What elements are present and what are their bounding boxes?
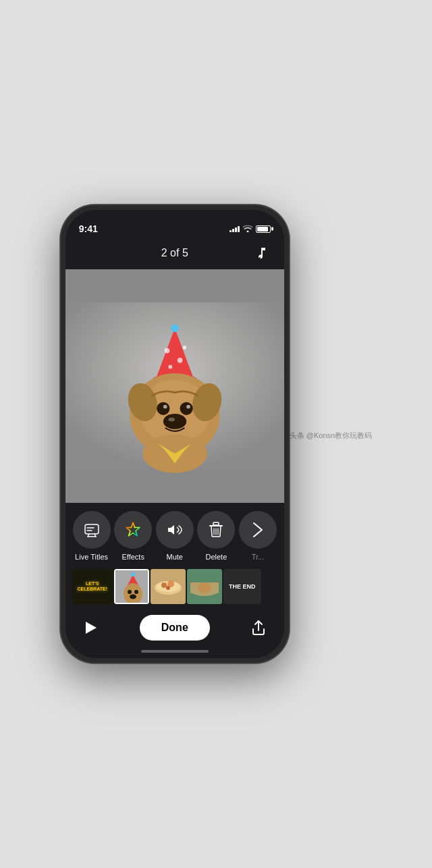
home-bar [141, 650, 209, 653]
play-button[interactable] [79, 616, 103, 640]
trim-circle [239, 511, 277, 549]
svg-point-18 [163, 414, 186, 429]
svg-point-44 [198, 582, 211, 593]
trim-tool[interactable]: Tr... [238, 511, 278, 561]
share-button[interactable] [246, 616, 271, 640]
live-titles-tool[interactable]: Live Titles [72, 511, 112, 561]
svg-point-34 [128, 590, 132, 594]
bottom-panel: Live Titles [65, 503, 284, 658]
svg-rect-26 [213, 522, 219, 525]
media-counter: 2 of 5 [98, 247, 252, 259]
mute-tool[interactable]: Mute [155, 511, 195, 561]
clip-celebrate[interactable]: LET'SCELEBRATE! [72, 569, 113, 604]
svg-point-19 [168, 418, 175, 422]
home-indicator [65, 646, 284, 658]
notch [134, 210, 215, 229]
effects-circle [114, 511, 152, 549]
svg-point-6 [182, 346, 186, 350]
live-titles-label: Live Titles [75, 553, 108, 561]
done-button[interactable]: Done [140, 615, 210, 641]
svg-point-36 [130, 595, 136, 599]
live-titles-circle [73, 511, 111, 549]
svg-point-32 [131, 572, 135, 576]
svg-point-16 [163, 405, 167, 409]
trim-label: Tr... [252, 553, 265, 561]
svg-rect-21 [85, 524, 99, 534]
end-text: THE END [229, 583, 256, 590]
video-preview[interactable] [65, 269, 284, 503]
svg-point-5 [168, 365, 172, 369]
svg-point-35 [134, 590, 138, 594]
clip-food[interactable] [151, 569, 186, 604]
clip-end[interactable]: THE END [223, 569, 261, 604]
status-icons [230, 224, 271, 234]
svg-point-40 [161, 582, 167, 588]
mute-circle [156, 511, 194, 549]
svg-point-14 [157, 402, 169, 415]
timeline-strip[interactable]: LET'SCELEBRATE! [65, 564, 284, 609]
clip-hammock[interactable] [187, 569, 222, 604]
watermark: 头条 @Konsn教你玩教码 [290, 425, 372, 443]
clip-dog-hat[interactable] [114, 569, 149, 604]
tool-row: Live Titles [65, 503, 284, 564]
svg-point-15 [180, 402, 192, 415]
svg-point-42 [166, 586, 170, 590]
wifi-icon [243, 224, 252, 234]
delete-circle [197, 511, 235, 549]
svg-point-17 [186, 405, 190, 409]
delete-tool[interactable]: Delete [196, 511, 236, 561]
battery-icon [256, 225, 271, 233]
signal-icon [230, 226, 240, 232]
celebrate-text: LET'SCELEBRATE! [77, 581, 107, 593]
playback-controls: Done [65, 609, 284, 646]
effects-label: Effects [122, 553, 144, 561]
svg-point-3 [165, 348, 170, 354]
svg-point-2 [171, 325, 178, 332]
effects-tool[interactable]: Effects [113, 511, 153, 561]
status-time: 9:41 [79, 223, 98, 234]
phone-frame: 9:41 [60, 205, 290, 663]
mute-label: Mute [167, 553, 183, 561]
svg-point-33 [124, 583, 142, 604]
music-button[interactable] [252, 242, 273, 264]
header: 2 of 5 [65, 240, 284, 269]
delete-label: Delete [205, 553, 227, 561]
svg-point-4 [178, 358, 183, 363]
